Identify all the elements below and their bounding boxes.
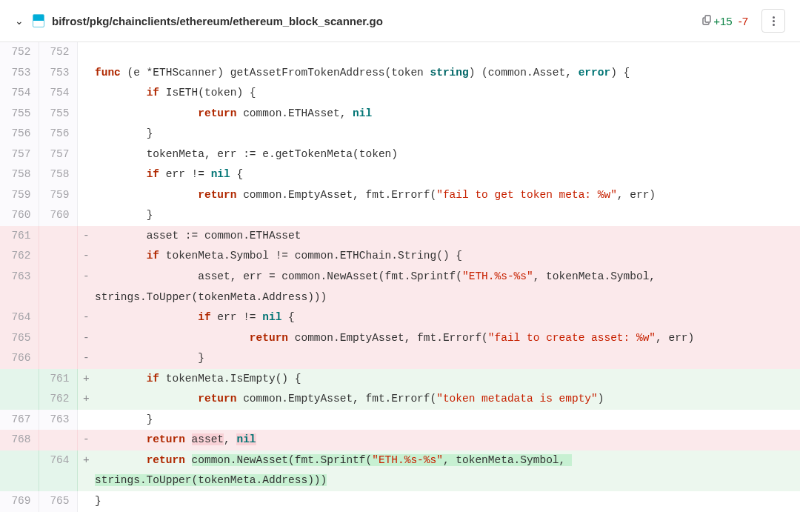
old-line-number: 767 xyxy=(0,410,39,430)
copy-path-icon[interactable] xyxy=(701,14,713,28)
new-line-number xyxy=(39,348,77,369)
old-line-number: 764 xyxy=(0,307,39,328)
new-line-number xyxy=(39,226,77,247)
diff-line[interactable]: 762+ return common.EmptyAsset, fmt.Error… xyxy=(0,389,800,410)
new-line-number xyxy=(39,267,77,307)
old-line-number: 752 xyxy=(0,42,39,63)
diff-sign xyxy=(77,104,95,124)
diff-line[interactable]: 765- return common.EmptyAsset, fmt.Error… xyxy=(0,328,800,349)
diff-sign xyxy=(77,410,95,430)
new-line-number: 762 xyxy=(39,389,77,410)
diff-line[interactable]: 764+ return common.NewAsset(fmt.Sprintf(… xyxy=(0,450,800,491)
old-line-number: 756 xyxy=(0,124,39,144)
old-line-number: 755 xyxy=(0,104,39,124)
code-content: asset := common.ETHAsset xyxy=(95,226,800,247)
diff-line[interactable]: 756756 } xyxy=(0,124,800,144)
code-content: return common.EmptyAsset, fmt.Errorf("to… xyxy=(95,389,800,410)
code-content: } xyxy=(95,348,800,369)
diff-sign: - xyxy=(77,226,95,247)
old-line-number: 769 xyxy=(0,491,39,512)
diff-line[interactable]: 760760 } xyxy=(0,205,800,226)
code-content: if IsETH(token) { xyxy=(95,83,800,104)
old-line-number: 758 xyxy=(0,164,39,185)
diff-line[interactable]: 767763 } xyxy=(0,410,800,430)
diff-sign: - xyxy=(77,348,95,369)
diff-line[interactable]: 758758 if err != nil { xyxy=(0,164,800,185)
old-line-number: 766 xyxy=(0,348,39,369)
code-content: } xyxy=(95,205,800,226)
code-content: return common.ETHAsset, nil xyxy=(95,104,800,124)
diff-line[interactable]: 753753func (e *ETHScanner) getAssetFromT… xyxy=(0,63,800,84)
new-line-number: 753 xyxy=(39,63,77,84)
new-line-number: 760 xyxy=(39,205,77,226)
diff-sign xyxy=(77,42,95,63)
code-content: return common.EmptyAsset, fmt.Errorf("fa… xyxy=(95,185,800,206)
old-line-number: 763 xyxy=(0,267,39,307)
code-content: if err != nil { xyxy=(95,164,800,185)
code-content: tokenMeta, err := e.getTokenMeta(token) xyxy=(95,144,800,165)
file-header: ⌄ bifrost/pkg/chainclients/ethereum/ethe… xyxy=(0,0,800,42)
code-content xyxy=(95,42,800,63)
diff-sign xyxy=(77,185,95,206)
new-line-number: 761 xyxy=(39,369,77,390)
deletions-count: -7 xyxy=(739,15,748,27)
diff-sign: + xyxy=(77,369,95,390)
diff-sign xyxy=(77,63,95,84)
diff-sign: - xyxy=(77,430,95,450)
code-content: asset, err = common.NewAsset(fmt.Sprintf… xyxy=(95,267,800,307)
diff-line[interactable]: 769765} xyxy=(0,491,800,512)
diff-sign xyxy=(77,144,95,165)
diff-line[interactable]: 768- return asset, nil xyxy=(0,430,800,450)
new-line-number xyxy=(39,246,77,267)
diff-line[interactable]: 757757 tokenMeta, err := e.getTokenMeta(… xyxy=(0,144,800,165)
diff-line[interactable]: 759759 return common.EmptyAsset, fmt.Err… xyxy=(0,185,800,206)
old-line-number: 762 xyxy=(0,246,39,267)
old-line-number xyxy=(0,389,39,410)
svg-rect-0 xyxy=(705,16,710,22)
diff-sign xyxy=(77,164,95,185)
old-line-number: 757 xyxy=(0,144,39,165)
new-line-number xyxy=(39,430,77,450)
code-content: func (e *ETHScanner) getAssetFromTokenAd… xyxy=(95,63,800,84)
old-line-number xyxy=(0,369,39,390)
diff-sign: - xyxy=(77,267,95,307)
code-content: return asset, nil xyxy=(95,430,800,450)
diff-line[interactable]: 755755 return common.ETHAsset, nil xyxy=(0,104,800,124)
diff-line[interactable]: 763- asset, err = common.NewAsset(fmt.Sp… xyxy=(0,267,800,307)
new-line-number: 752 xyxy=(39,42,77,63)
new-line-number xyxy=(39,307,77,328)
old-line-number xyxy=(0,450,39,491)
diff-line[interactable]: 762- if tokenMeta.Symbol != common.ETHCh… xyxy=(0,246,800,267)
additions-count: +15 xyxy=(713,15,732,27)
diff-table: 752752753753func (e *ETHScanner) getAsse… xyxy=(0,42,800,512)
old-line-number: 761 xyxy=(0,226,39,247)
old-line-number: 759 xyxy=(0,185,39,206)
diff-line[interactable]: 752752 xyxy=(0,42,800,63)
diff-sign: - xyxy=(77,307,95,328)
old-line-number: 768 xyxy=(0,430,39,450)
old-line-number: 765 xyxy=(0,328,39,349)
code-content: } xyxy=(95,124,800,144)
more-actions-button[interactable] xyxy=(761,9,785,33)
diff-line[interactable]: 761- asset := common.ETHAsset xyxy=(0,226,800,247)
code-content: } xyxy=(95,491,800,512)
old-line-number: 753 xyxy=(0,63,39,84)
new-line-number: 758 xyxy=(39,164,77,185)
code-content: return common.EmptyAsset, fmt.Errorf("fa… xyxy=(95,328,800,349)
diff-line[interactable]: 766- } xyxy=(0,348,800,369)
diff-sign: - xyxy=(77,328,95,349)
code-content: if err != nil { xyxy=(95,307,800,328)
code-content: return common.NewAsset(fmt.Sprintf("ETH.… xyxy=(95,450,800,491)
diff-line[interactable]: 761+ if tokenMeta.IsEmpty() { xyxy=(0,369,800,390)
collapse-chevron-icon[interactable]: ⌄ xyxy=(15,15,24,27)
code-content: if tokenMeta.Symbol != common.ETHChain.S… xyxy=(95,246,800,267)
new-line-number: 755 xyxy=(39,104,77,124)
new-line-number: 754 xyxy=(39,83,77,104)
diff-line[interactable]: 764- if err != nil { xyxy=(0,307,800,328)
diff-sign: + xyxy=(77,389,95,410)
diff-line[interactable]: 754754 if IsETH(token) { xyxy=(0,83,800,104)
diff-sign xyxy=(77,124,95,144)
new-line-number: 757 xyxy=(39,144,77,165)
diff-sign xyxy=(77,83,95,104)
diff-sign xyxy=(77,205,95,226)
